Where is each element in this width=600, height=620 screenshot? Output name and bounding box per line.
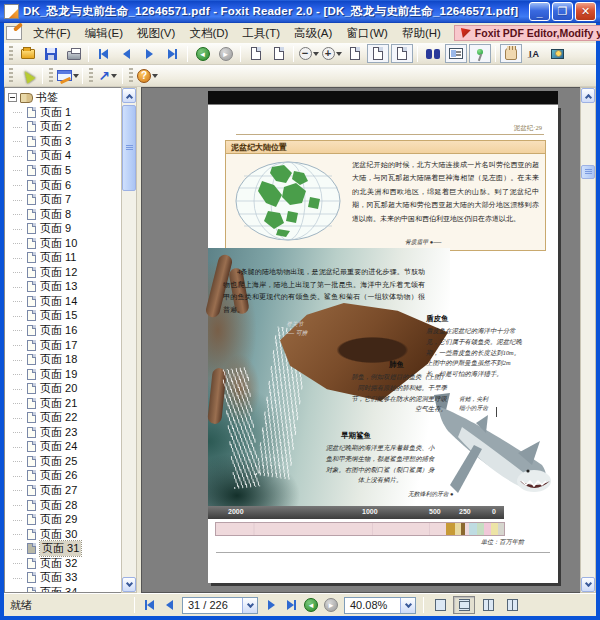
bookmark-item[interactable]: 页面 14 — [5, 294, 121, 309]
toolbar-grip[interactable] — [89, 68, 93, 84]
bookmark-item[interactable]: 页面 20 — [5, 381, 121, 396]
bookmark-item[interactable]: 页面 8 — [5, 207, 121, 222]
select-text-button[interactable]: I̲A — [523, 44, 546, 64]
scrollbar-thumb[interactable] — [122, 105, 136, 191]
bookmark-item[interactable]: 页面 21 — [5, 396, 121, 411]
scrollbar-thumb[interactable] — [581, 165, 595, 179]
fit-width-button[interactable] — [391, 44, 413, 63]
menu-edit[interactable]: 编辑(E) — [78, 24, 130, 43]
continuous-facing-layout-button[interactable] — [501, 596, 523, 614]
open-button[interactable] — [16, 44, 39, 64]
scroll-up-button[interactable] — [581, 88, 595, 103]
scroll-down-button[interactable] — [122, 577, 136, 592]
bookmark-item[interactable]: 页面 11 — [5, 250, 121, 265]
last-page-button[interactable] — [161, 44, 184, 64]
bookmark-item[interactable]: 页面 9 — [5, 221, 121, 236]
print-button[interactable] — [62, 44, 85, 64]
bookmarks-scrollbar[interactable] — [121, 87, 137, 593]
facing-layout-button[interactable] — [477, 596, 499, 614]
first-page-button[interactable] — [139, 597, 159, 614]
bookmark-pin-button[interactable] — [469, 44, 491, 63]
bookmark-item[interactable]: 页面 32 — [5, 556, 121, 571]
bookmark-item[interactable]: 页面 33 — [5, 571, 121, 586]
menu-view[interactable]: 视图(V) — [130, 24, 182, 43]
zoom-out-button[interactable]: − — [297, 44, 320, 64]
maximize-button[interactable]: ❐ — [552, 2, 573, 21]
bookmark-item[interactable]: 页面 27 — [5, 483, 121, 498]
toolbar-grip[interactable] — [9, 68, 13, 84]
next-page-button[interactable] — [261, 597, 281, 614]
bookmark-item[interactable]: 页面 10 — [5, 236, 121, 251]
continuous-layout-button[interactable] — [453, 596, 475, 614]
find-button[interactable] — [421, 44, 444, 64]
bookmark-item[interactable]: 页面 31 — [5, 541, 121, 556]
bookmark-item[interactable]: 页面 7 — [5, 192, 121, 207]
help-button[interactable]: ? — [136, 66, 159, 86]
single-page-layout-button[interactable] — [429, 596, 451, 614]
typewriter-tool-button[interactable] — [56, 66, 79, 86]
menu-file[interactable]: 文件(F) — [26, 24, 78, 43]
close-button[interactable]: ✕ — [575, 2, 596, 21]
bookmark-item[interactable]: 页面 25 — [5, 454, 121, 469]
fit-page-button[interactable] — [367, 44, 389, 63]
bookmark-item[interactable]: 页面 19 — [5, 367, 121, 382]
page-up-button[interactable] — [244, 44, 267, 64]
next-view-button[interactable]: ▸ — [321, 597, 341, 614]
previous-page-button[interactable] — [159, 597, 179, 614]
bookmark-item[interactable]: 页面 16 — [5, 323, 121, 338]
page-down-button[interactable] — [267, 44, 290, 64]
bookmark-item[interactable]: 页面 34 — [5, 585, 121, 593]
scroll-down-button[interactable] — [581, 577, 595, 592]
toolbar-grip[interactable] — [49, 68, 53, 84]
bookmark-item[interactable]: 页面 12 — [5, 265, 121, 280]
bookmark-item[interactable]: 页面 17 — [5, 338, 121, 353]
bookmark-item[interactable]: 页面 23 — [5, 425, 121, 440]
bookmark-item[interactable]: 页面 5 — [5, 163, 121, 178]
previous-view-button[interactable]: ◂ — [191, 44, 214, 64]
bookmark-item[interactable]: 页面 15 — [5, 309, 121, 324]
page-number-field[interactable]: 31 / 226 — [182, 597, 258, 614]
save-button[interactable] — [39, 44, 62, 64]
scrollbar-track[interactable] — [122, 103, 136, 577]
bookmark-item[interactable]: 页面 18 — [5, 352, 121, 367]
zoom-level-field[interactable]: 40.08% — [344, 597, 416, 614]
bookmark-item[interactable]: 页面 29 — [5, 512, 121, 527]
snapshot-button[interactable] — [546, 44, 569, 64]
zoom-in-button[interactable]: + — [320, 44, 343, 64]
bookmark-item[interactable]: 页面 1 — [5, 105, 121, 120]
bookmark-item[interactable]: 页面 24 — [5, 440, 121, 455]
next-view-button[interactable]: ▸ — [214, 44, 237, 64]
reading-layout-button[interactable] — [445, 44, 467, 63]
next-page-button[interactable] — [138, 44, 161, 64]
toolbar-grip[interactable] — [129, 68, 133, 84]
bookmark-item[interactable]: 页面 13 — [5, 280, 121, 295]
menu-document[interactable]: 文档(D) — [182, 24, 235, 43]
last-page-button[interactable] — [281, 597, 301, 614]
document-area[interactable]: 泥盆纪·29 泥盆纪大陆位置 — [141, 87, 580, 593]
menu-advanced[interactable]: 高级(A) — [287, 24, 339, 43]
scroll-up-button[interactable] — [122, 88, 136, 103]
collapse-expander-icon[interactable] — [8, 93, 17, 102]
bookmarks-root[interactable]: 书签 — [5, 90, 121, 105]
minimize-button[interactable]: _ — [529, 2, 550, 21]
bookmark-item[interactable]: 页面 6 — [5, 178, 121, 193]
bookmark-item[interactable]: 页面 3 — [5, 134, 121, 149]
hand-tool-button[interactable] — [500, 44, 522, 63]
menu-tools[interactable]: 工具(T) — [235, 24, 287, 43]
actual-size-button[interactable] — [343, 44, 366, 64]
title-bar[interactable]: DK_恐龙与史前生命_12646571.pdf - Foxit Reader 2… — [0, 0, 600, 23]
menu-help[interactable]: 帮助(H) — [395, 24, 448, 43]
bookmark-item[interactable]: 页面 28 — [5, 498, 121, 513]
first-page-button[interactable] — [92, 44, 115, 64]
bookmark-item[interactable]: 页面 30 — [5, 527, 121, 542]
foxit-editor-ad-banner[interactable]: Foxit PDF Editor,Modify your PDF! — [454, 25, 600, 41]
zoom-dropdown-button[interactable] — [400, 598, 415, 613]
document-menu-icon[interactable] — [6, 26, 22, 40]
page-dropdown-button[interactable] — [242, 598, 257, 613]
bookmark-item[interactable]: 页面 2 — [5, 120, 121, 135]
document-scrollbar[interactable] — [580, 87, 596, 593]
drawing-tool-button[interactable]: ↗ — [96, 66, 119, 86]
toolbar-grip[interactable] — [9, 46, 13, 62]
previous-page-button[interactable] — [115, 44, 138, 64]
annotation-select-button[interactable] — [16, 66, 39, 86]
